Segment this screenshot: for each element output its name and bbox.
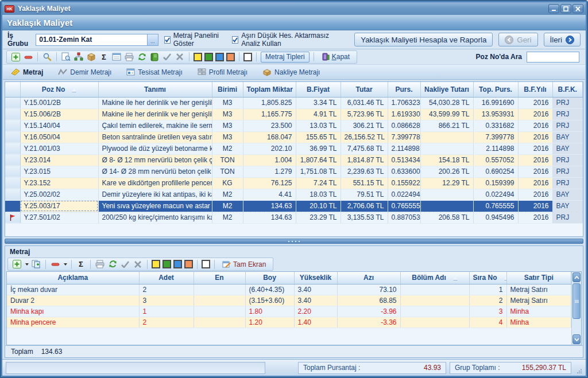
column-header[interactable]: Azı (337, 272, 400, 284)
cancel-x-icon[interactable] (133, 259, 143, 270)
cell[interactable]: 2016 (518, 108, 552, 120)
column-header[interactable]: Satır Tipi (506, 272, 571, 284)
column-header[interactable]: Açıklama (7, 272, 139, 284)
cell[interactable]: Ø 14- Ø 28 mm nervürlü beton çelik çubuğ (98, 166, 212, 177)
cell[interactable]: Y.25.003/17 (20, 200, 98, 212)
column-header[interactable]: Yükseklik (294, 272, 337, 284)
cell[interactable]: 2.114898 (473, 143, 518, 154)
cell[interactable]: 20.10 TL (296, 200, 341, 212)
cell[interactable]: 154.18 TL (420, 154, 473, 166)
package-icon[interactable] (86, 52, 96, 62)
cell[interactable]: Makine ile her derinlik ve her genişlikt… (98, 97, 212, 108)
table-row[interactable]: Y.15.140/04Çakıl temin edilerek, makine … (5, 120, 583, 131)
cell[interactable]: 2,706.06 TL (341, 200, 388, 212)
cell[interactable]: 0.887053 (388, 212, 420, 223)
cell[interactable] (420, 200, 473, 212)
cell[interactable]: Y.23.014 (20, 154, 98, 166)
table-row[interactable]: Duvar 23(3.15+3.60)3.4068.852Metraj Satı… (7, 295, 571, 306)
ellipsis-dropdown-icon[interactable]: ... (147, 34, 158, 45)
cell[interactable]: Y.15.140/04 (20, 120, 98, 131)
cell[interactable]: Çakıl temin edilerek, makine ile serme, … (98, 120, 212, 131)
cell[interactable]: 2016 (518, 97, 552, 108)
cell[interactable]: 36.99 TL (296, 143, 341, 154)
cell[interactable]: 79.51 TL (341, 189, 388, 200)
copy-line-icon[interactable] (31, 259, 41, 270)
cell[interactable]: 3.40 (294, 284, 337, 295)
table-row[interactable]: Y.27.501/02200/250 kg kireç/çimento karı… (5, 212, 583, 223)
table-row[interactable]: Y.23.015Ø 14- Ø 28 mm nervürlü beton çel… (5, 166, 583, 177)
cell[interactable]: 1,814.87 TL (341, 154, 388, 166)
cell[interactable]: PRJ (552, 154, 583, 166)
scrollbar-thumb[interactable] (572, 283, 581, 319)
row-selector-cell[interactable] (5, 143, 20, 154)
cell[interactable]: 2016 (518, 131, 552, 143)
cell[interactable]: 0.690254 (473, 166, 518, 177)
table-row[interactable]: İç mekan duvar2(6.40+4.35)3.4073.101Metr… (7, 284, 571, 295)
apply-check-icon[interactable] (162, 52, 172, 62)
cell[interactable]: Yeni sıva yüzeylere macun ve astar uygul… (98, 200, 212, 212)
cell[interactable]: 1,165.775 (243, 108, 296, 120)
cell[interactable]: 68.85 (337, 295, 400, 306)
cell[interactable]: 1,751.08 TL (296, 166, 341, 177)
cell[interactable]: 0.557052 (473, 154, 518, 166)
color-swatch-orange[interactable] (184, 260, 193, 268)
search-icon[interactable] (42, 52, 52, 62)
cell[interactable]: Y.15.006/2B (20, 108, 98, 120)
cell[interactable]: 43,599.99 TL (420, 108, 473, 120)
apply-check-icon[interactable] (120, 259, 130, 270)
cell[interactable]: M3 (212, 131, 243, 143)
is-grubu-input[interactable] (36, 34, 146, 45)
cell[interactable]: Minha (506, 317, 571, 328)
tam-ekran-button[interactable]: Tam Ekran (219, 260, 269, 268)
cell[interactable]: 23.29 TL (296, 212, 341, 223)
column-header[interactable]: En (194, 272, 245, 284)
cell[interactable] (400, 284, 469, 295)
cell[interactable]: M2 (212, 189, 243, 200)
cell[interactable]: Plywood ile düz yüzeyli betonarme kalıbı… (98, 143, 212, 154)
cell[interactable]: 0.022494 (473, 189, 518, 200)
form-icon[interactable] (111, 52, 122, 62)
sigma-icon[interactable]: Σ (99, 52, 109, 62)
cell[interactable]: 3.34 TL (296, 97, 341, 108)
close-button[interactable] (572, 4, 583, 13)
is-grubu-combo[interactable]: ... (36, 34, 158, 46)
cell[interactable]: 866.21 TL (420, 120, 473, 131)
column-header[interactable]: Sıra No (469, 272, 506, 284)
column-header[interactable]: B.F.K. (552, 82, 583, 97)
cell[interactable]: 2016 (518, 177, 552, 189)
cell[interactable]: 2,239.63 TL (341, 166, 388, 177)
table-row[interactable]: Y.15.001/2BMakine ile her derinlik ve he… (5, 97, 583, 108)
cell[interactable]: 134.63 (243, 212, 296, 223)
poz-search-input[interactable] (527, 52, 579, 63)
add-line-icon[interactable] (11, 259, 22, 270)
column-header[interactable]: Nakliye Tutarı (420, 82, 473, 97)
cell[interactable]: 3,135.53 TL (341, 212, 388, 223)
cell[interactable]: 200/250 kg kireç/çimento karışımı kaba v… (98, 212, 212, 223)
tab-demir-metraji[interactable]: Demir Metrajı (58, 68, 111, 76)
row-selector-cell[interactable] (5, 97, 20, 108)
color-swatch-white[interactable] (243, 53, 252, 61)
cell[interactable]: 0.155922 (388, 177, 420, 189)
row-selector-cell[interactable] (5, 131, 20, 143)
cell[interactable] (194, 306, 245, 317)
cell[interactable]: 73.10 (337, 284, 400, 295)
cell[interactable]: 0.633600 (388, 166, 420, 177)
cell[interactable]: TON (212, 154, 243, 166)
cell[interactable]: Y.15.001/2B (20, 97, 98, 108)
cell[interactable]: Y.25.002/02 (20, 189, 98, 200)
cell[interactable]: 0.159399 (473, 177, 518, 189)
cell[interactable]: 1.619330 (388, 108, 420, 120)
column-header[interactable]: B.F.Yılı (518, 82, 552, 97)
cell[interactable]: 0.331682 (473, 120, 518, 131)
cell[interactable]: 13.03 TL (296, 120, 341, 131)
table-row[interactable]: Y.15.006/2BMakine ile her derinlik ve he… (5, 108, 583, 120)
cell[interactable]: 1.80 (245, 306, 294, 317)
print-icon[interactable] (95, 259, 105, 270)
cell[interactable] (420, 189, 473, 200)
cell[interactable] (400, 295, 469, 306)
cell[interactable]: 2016 (518, 166, 552, 177)
sigma-icon[interactable]: Σ (76, 259, 86, 270)
preview-icon[interactable] (61, 52, 71, 62)
column-header[interactable]: Toplam Miktar (243, 82, 296, 97)
cell[interactable] (420, 143, 473, 154)
